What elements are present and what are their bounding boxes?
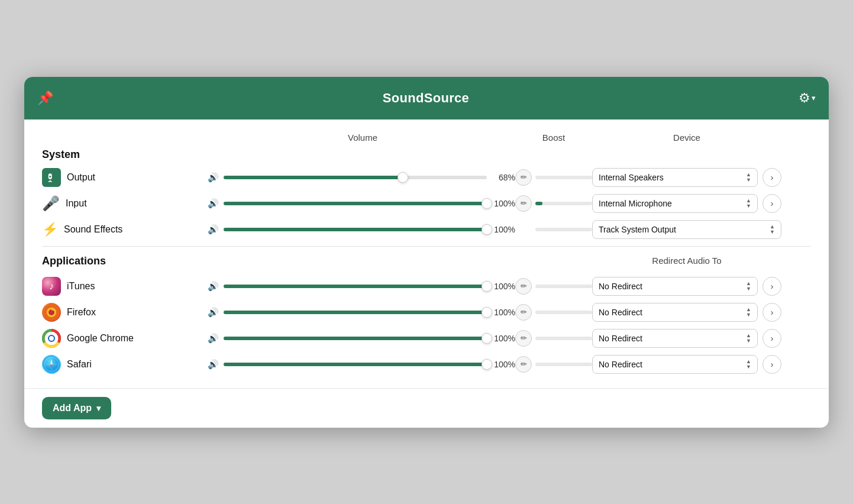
output-device-select: Internal Speakers ▲▼ › — [592, 168, 781, 187]
input-name: 🎤 Input — [42, 195, 208, 212]
gear-button[interactable]: ⚙ ▾ — [799, 91, 816, 106]
output-label: Output — [67, 172, 95, 183]
effects-device-arrows: ▲▼ — [770, 224, 775, 235]
output-slider[interactable]: 68% — [224, 173, 515, 182]
chrome-volume-area: 🔊 100% — [208, 333, 515, 344]
effects-boost-area — [515, 228, 592, 231]
svg-point-3 — [49, 176, 51, 177]
output-boost-btn[interactable]: ✏ — [515, 169, 532, 186]
itunes-volume-icon: 🔊 — [208, 281, 219, 292]
itunes-volume-pct: 100% — [492, 282, 515, 291]
firefox-detail-btn[interactable]: › — [762, 303, 781, 322]
itunes-slider[interactable]: 100% — [224, 282, 515, 291]
itunes-boost-btn[interactable]: ✏ — [515, 278, 532, 295]
chrome-volume-pct: 100% — [492, 334, 515, 343]
input-boost-btn[interactable]: ✏ — [515, 195, 532, 212]
output-name: Output — [42, 168, 208, 187]
input-slider[interactable]: 100% — [224, 199, 515, 208]
col-header-volume: Volume — [210, 133, 515, 143]
safari-volume-icon: 🔊 — [208, 359, 219, 370]
soundsource-window: 📌 SoundSource ⚙ ▾ Volume Boost Device Sy… — [24, 77, 829, 428]
output-device-arrows: ▲▼ — [746, 172, 751, 183]
itunes-volume-area: 🔊 100% — [208, 281, 515, 292]
chrome-slider[interactable]: 100% — [224, 334, 515, 343]
table-row: Output 🔊 68% ✏ In — [42, 164, 811, 190]
input-boost-area: ✏ — [515, 195, 592, 212]
chrome-boost-area: ✏ — [515, 330, 592, 347]
firefox-slider[interactable]: 100% — [224, 308, 515, 317]
table-row: Safari 🔊 100% ✏ N — [42, 351, 811, 377]
chrome-name: Google Chrome — [42, 329, 208, 348]
chrome-boost-btn[interactable]: ✏ — [515, 330, 532, 347]
effects-device-select: Track System Output ▲▼ — [592, 220, 781, 239]
applications-section-label: Applications — [42, 255, 208, 267]
firefox-icon — [42, 303, 61, 322]
input-label: Input — [66, 198, 87, 209]
safari-device-dropdown[interactable]: No Redirect ▲▼ — [592, 355, 758, 374]
input-device-arrows: ▲▼ — [746, 198, 751, 209]
firefox-boost-btn[interactable]: ✏ — [515, 304, 532, 321]
effects-device-label: Track System Output — [599, 225, 676, 234]
table-row: ⚡ Sound Effects 🔊 100% — [42, 217, 811, 243]
add-app-chevron-icon: ▾ — [96, 403, 101, 413]
chrome-device-select: No Redirect ▲▼ › — [592, 329, 781, 348]
pin-icon[interactable]: 📌 — [37, 91, 53, 106]
safari-slider[interactable]: 100% — [224, 360, 515, 369]
effects-name: ⚡ Sound Effects — [42, 222, 208, 237]
input-detail-btn[interactable]: › — [762, 194, 781, 213]
safari-name: Safari — [42, 355, 208, 374]
chrome-detail-btn[interactable]: › — [762, 329, 781, 348]
input-boost-track — [535, 202, 592, 205]
column-headers: Volume Boost Device — [42, 133, 811, 143]
safari-detail-btn[interactable]: › — [762, 355, 781, 374]
input-volume-pct: 100% — [492, 199, 515, 208]
effects-icon: ⚡ — [42, 222, 58, 237]
svg-point-10 — [49, 336, 54, 341]
itunes-device-label: No Redirect — [599, 282, 642, 291]
output-device-label: Internal Speakers — [599, 173, 664, 182]
chrome-device-dropdown[interactable]: No Redirect ▲▼ — [592, 329, 758, 348]
output-boost-area: ✏ — [515, 169, 592, 186]
itunes-label: iTunes — [67, 281, 95, 292]
gear-chevron-icon: ▾ — [812, 93, 816, 102]
safari-icon — [42, 355, 61, 374]
safari-label: Safari — [67, 359, 92, 370]
safari-device-label: No Redirect — [599, 360, 642, 369]
itunes-boost-track — [535, 285, 592, 288]
output-volume-area: 🔊 68% — [208, 172, 515, 183]
table-row: 🎤 Input 🔊 100% ✏ — [42, 190, 811, 217]
table-row: ♪ iTunes 🔊 100% ✏ — [42, 273, 811, 299]
firefox-label: Firefox — [67, 307, 96, 318]
col-header-boost: Boost — [515, 133, 592, 143]
effects-label: Sound Effects — [64, 224, 122, 235]
safari-device-select: No Redirect ▲▼ › — [592, 355, 781, 374]
effects-device-dropdown[interactable]: Track System Output ▲▼ — [592, 220, 781, 239]
output-device-dropdown[interactable]: Internal Speakers ▲▼ — [592, 168, 758, 187]
add-app-button[interactable]: Add App ▾ — [42, 397, 111, 419]
firefox-device-dropdown[interactable]: No Redirect ▲▼ — [592, 303, 758, 322]
effects-slider[interactable]: 100% — [224, 225, 515, 234]
safari-device-arrows: ▲▼ — [746, 359, 751, 370]
itunes-device-dropdown[interactable]: No Redirect ▲▼ — [592, 277, 758, 296]
firefox-volume-pct: 100% — [492, 308, 515, 317]
chrome-volume-icon: 🔊 — [208, 333, 219, 344]
chrome-device-label: No Redirect — [599, 334, 642, 343]
output-volume-pct: 68% — [492, 173, 515, 182]
firefox-name: Firefox — [42, 303, 208, 322]
chrome-icon — [42, 329, 61, 348]
itunes-icon: ♪ — [42, 277, 61, 296]
output-detail-btn[interactable]: › — [762, 168, 781, 187]
header: 📌 SoundSource ⚙ ▾ — [24, 77, 829, 119]
itunes-detail-btn[interactable]: › — [762, 277, 781, 296]
svg-rect-2 — [49, 181, 52, 182]
input-device-label: Internal Microphone — [599, 199, 672, 208]
effects-volume-pct: 100% — [492, 225, 515, 234]
firefox-device-label: No Redirect — [599, 308, 642, 317]
output-volume-icon: 🔊 — [208, 172, 219, 183]
effects-volume-area: 🔊 100% — [208, 224, 515, 235]
safari-boost-btn[interactable]: ✏ — [515, 356, 532, 373]
app-title: SoundSource — [383, 91, 469, 106]
input-device-dropdown[interactable]: Internal Microphone ▲▼ — [592, 194, 758, 213]
input-volume-icon: 🔊 — [208, 198, 219, 209]
input-icon: 🎤 — [42, 195, 60, 212]
